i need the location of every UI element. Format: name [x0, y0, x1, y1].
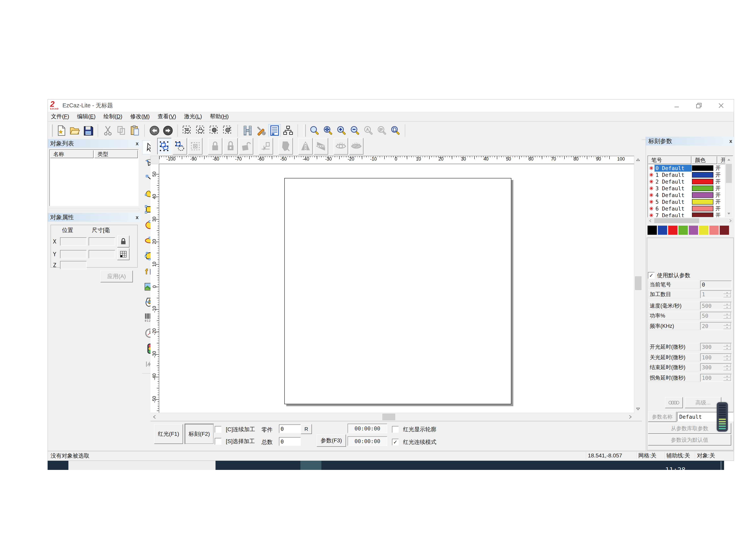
deselect-button[interactable] [188, 138, 203, 155]
object-tree-button[interactable] [282, 124, 294, 137]
select-mode-row[interactable]: [S]选择加工 [215, 438, 255, 445]
menu-item[interactable]: 绘制(D) [103, 113, 122, 120]
pen-scroll-right-icon[interactable] [728, 218, 733, 223]
column-header-type[interactable]: 类型 [94, 150, 138, 158]
param-field[interactable]: 500 ▴▾ [700, 302, 732, 310]
mirror-horizontal-button[interactable] [299, 138, 313, 155]
open-file-button[interactable] [69, 124, 81, 137]
pen-col-color[interactable]: 颜色 [692, 156, 717, 164]
spinner-control[interactable]: ▴▾ [723, 354, 731, 360]
palette-swatch[interactable] [709, 226, 719, 235]
unlock-button[interactable] [239, 138, 253, 155]
spinner-control[interactable]: ▴▾ [723, 312, 731, 319]
menu-item[interactable]: 帮助(H) [210, 113, 229, 120]
palette-swatch[interactable] [658, 226, 667, 235]
work-page[interactable] [284, 178, 511, 404]
laser-settings-button[interactable] [255, 124, 267, 137]
vertical-scroll-thumb[interactable] [635, 276, 641, 290]
status-grid-toggle[interactable]: 网格:关 [636, 452, 662, 459]
set-as-default-button[interactable]: 参数设为默认值 [648, 434, 731, 446]
object-props-close-icon[interactable]: x [136, 214, 139, 221]
reset-count-button[interactable]: R [301, 424, 312, 434]
object-list-body[interactable] [50, 159, 138, 205]
undo-button[interactable] [148, 124, 161, 137]
scroll-down-icon[interactable] [634, 405, 642, 413]
zoom-in-button[interactable] [335, 124, 348, 137]
hatch-fill-button[interactable] [279, 138, 293, 155]
palette-swatch[interactable] [647, 226, 657, 235]
scroll-up-icon[interactable] [634, 156, 642, 164]
pen-hscroll-thumb[interactable] [654, 218, 699, 223]
part-count-field[interactable]: 0 [279, 424, 301, 433]
spinner-control[interactable]: ▴▾ [723, 303, 731, 309]
param-field[interactable]: 50 ▴▾ [700, 312, 732, 320]
rings-button[interactable] [665, 397, 683, 408]
total-count-field[interactable]: 0 [279, 437, 301, 446]
horizontal-scroll-thumb[interactable] [382, 414, 395, 420]
x-position-field[interactable] [60, 237, 87, 246]
menu-item[interactable]: 文件(F) [51, 113, 69, 120]
continuous-mode-row[interactable]: [C]连续加工 [215, 426, 255, 433]
y-position-field[interactable] [60, 250, 87, 259]
red-mode-row[interactable]: ✓ 红光连续模式 [392, 438, 436, 446]
spinner-control[interactable]: ▴▾ [723, 364, 731, 370]
menu-item[interactable]: 查看(V) [158, 113, 176, 120]
preview-show-button[interactable] [334, 138, 348, 155]
toolbar-grip[interactable] [51, 125, 52, 137]
pen-col-number[interactable]: 笔号 [648, 156, 691, 164]
panel-splitter[interactable] [49, 208, 139, 211]
mark-params-close-icon[interactable]: x [729, 138, 732, 144]
copy-button[interactable] [115, 124, 127, 137]
red-light-button[interactable]: 红光(F1) [154, 424, 183, 444]
preview-hide-button[interactable] [349, 138, 363, 155]
anchor-grid-button[interactable] [117, 248, 129, 260]
zoom-pan-button[interactable] [322, 124, 334, 137]
pen-table-hscroll[interactable] [647, 218, 733, 223]
y-size-field[interactable] [89, 250, 115, 259]
select-all-button[interactable] [157, 138, 171, 155]
close-button[interactable] [716, 101, 726, 110]
zoom-out-button[interactable] [349, 124, 361, 137]
palette-swatch[interactable] [668, 226, 678, 235]
pen-row[interactable]: 5 Default 开 [648, 198, 725, 205]
toolbar-grip[interactable] [304, 125, 306, 137]
horizontal-scrollbar[interactable] [150, 413, 634, 421]
param-field[interactable]: 300 ▴▾ [700, 363, 732, 371]
apply-button[interactable]: 应用(A) [100, 270, 133, 283]
status-guides-toggle[interactable]: 辅助线:关 [664, 452, 696, 459]
param-field[interactable]: 1 ▴▾ [700, 290, 732, 298]
palette-swatch[interactable] [689, 226, 698, 235]
status-objects-toggle[interactable]: 对象:关 [694, 452, 723, 459]
param-field[interactable]: 0 [700, 281, 732, 289]
pen-row[interactable]: 3 Default 开 [648, 185, 725, 192]
lock-button[interactable] [208, 138, 222, 155]
palette-swatch[interactable] [720, 226, 729, 235]
palette-swatch[interactable] [699, 226, 708, 235]
scroll-left-icon[interactable] [150, 413, 159, 421]
pen-scroll-thumb[interactable] [726, 164, 732, 183]
param-field[interactable]: 100 ▴▾ [700, 353, 732, 361]
cut-button[interactable] [102, 124, 114, 137]
pen-row[interactable]: 0 Default 开 [648, 165, 725, 172]
param-name-button[interactable]: 参数名称 [648, 411, 677, 422]
param-f3-button[interactable]: 参数(F3) [317, 434, 346, 447]
contour-mode-row[interactable]: 红光显示轮廓 [392, 426, 436, 433]
menu-item[interactable]: 编辑(E) [77, 113, 96, 120]
redo-button[interactable] [162, 124, 174, 137]
pen-row[interactable]: 6 Default 开 [648, 205, 725, 212]
node-delete-button[interactable] [208, 124, 221, 137]
mirror-vertical-button[interactable] [314, 138, 328, 155]
title-bar[interactable]: 2 EZCAD EzCaz-Lite - 无标题 [48, 99, 734, 112]
node-add-button[interactable] [195, 124, 207, 137]
minimize-button[interactable] [672, 101, 682, 110]
pen-scroll-up-icon[interactable] [725, 156, 732, 163]
move-to-origin-button[interactable] [259, 138, 273, 155]
pen-row[interactable]: 2 Default 开 [648, 178, 725, 185]
spinner-control[interactable]: ▴▾ [723, 323, 731, 329]
column-header-name[interactable]: 名称 [50, 150, 94, 158]
continuous-checkbox[interactable] [215, 426, 221, 433]
scroll-right-icon[interactable] [626, 413, 634, 421]
param-field[interactable]: 100 ▴▾ [700, 374, 732, 382]
z-position-field[interactable] [60, 261, 87, 269]
pen-row[interactable]: 1 Default 开 [648, 172, 725, 178]
